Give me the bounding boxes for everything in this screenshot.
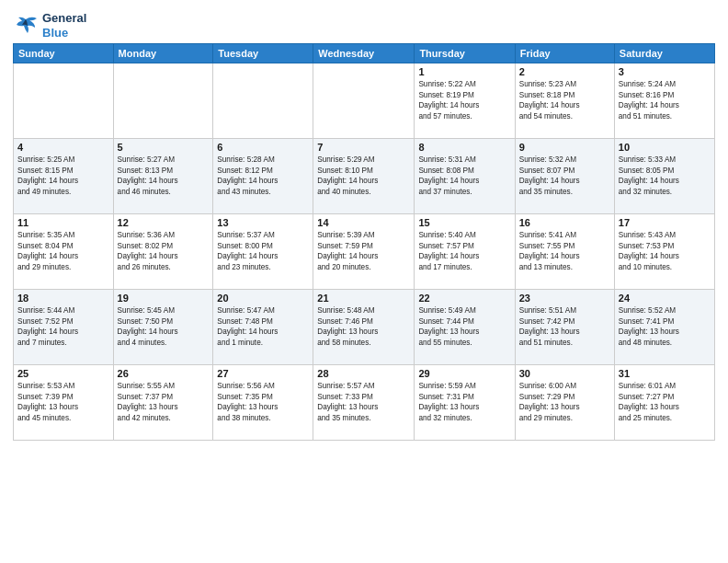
calendar-cell: 19Sunrise: 5:45 AM Sunset: 7:50 PM Dayli… — [113, 290, 213, 365]
calendar-cell: 1Sunrise: 5:22 AM Sunset: 8:19 PM Daylig… — [415, 63, 515, 139]
day-info: Sunrise: 5:31 AM Sunset: 8:08 PM Dayligh… — [418, 155, 510, 197]
day-info: Sunrise: 5:27 AM Sunset: 8:13 PM Dayligh… — [118, 155, 210, 197]
dow-header-monday: Monday — [113, 44, 213, 63]
day-info: Sunrise: 5:53 AM Sunset: 7:39 PM Dayligh… — [17, 381, 109, 423]
day-number: 20 — [217, 293, 309, 304]
day-number: 18 — [17, 293, 109, 304]
day-info: Sunrise: 5:49 AM Sunset: 7:44 PM Dayligh… — [418, 305, 510, 348]
day-number: 13 — [217, 217, 309, 228]
page-container: General Blue SundayMondayTuesdayWednesda… — [0, 0, 728, 448]
calendar-cell: 26Sunrise: 5:55 AM Sunset: 7:37 PM Dayli… — [113, 365, 213, 441]
day-info: Sunrise: 5:40 AM Sunset: 7:57 PM Dayligh… — [418, 230, 510, 272]
day-info: Sunrise: 5:56 AM Sunset: 7:35 PM Dayligh… — [217, 381, 309, 423]
calendar-cell: 22Sunrise: 5:49 AM Sunset: 7:44 PM Dayli… — [415, 290, 515, 365]
day-number: 12 — [118, 217, 210, 228]
day-info: Sunrise: 6:00 AM Sunset: 7:29 PM Dayligh… — [519, 381, 610, 423]
header: General Blue — [13, 11, 715, 40]
day-number: 19 — [118, 293, 210, 304]
day-number: 3 — [619, 66, 711, 77]
calendar-cell — [313, 63, 415, 139]
day-number: 24 — [619, 293, 711, 304]
day-number: 23 — [519, 293, 610, 304]
calendar-cell: 28Sunrise: 5:57 AM Sunset: 7:33 PM Dayli… — [313, 365, 415, 441]
day-number: 16 — [519, 217, 610, 228]
day-number: 26 — [118, 368, 210, 379]
day-info: Sunrise: 5:22 AM Sunset: 8:19 PM Dayligh… — [418, 79, 510, 121]
day-number: 14 — [317, 217, 410, 228]
day-number: 21 — [317, 293, 410, 304]
calendar-cell: 18Sunrise: 5:44 AM Sunset: 7:52 PM Dayli… — [14, 290, 114, 365]
day-info: Sunrise: 6:01 AM Sunset: 7:27 PM Dayligh… — [619, 381, 711, 423]
day-info: Sunrise: 5:43 AM Sunset: 7:53 PM Dayligh… — [619, 230, 711, 272]
day-info: Sunrise: 5:24 AM Sunset: 8:16 PM Dayligh… — [619, 79, 711, 121]
calendar-cell: 7Sunrise: 5:29 AM Sunset: 8:10 PM Daylig… — [313, 139, 415, 214]
calendar-cell: 17Sunrise: 5:43 AM Sunset: 7:53 PM Dayli… — [614, 214, 714, 290]
calendar-cell: 4Sunrise: 5:25 AM Sunset: 8:15 PM Daylig… — [14, 139, 114, 214]
calendar-cell: 23Sunrise: 5:51 AM Sunset: 7:42 PM Dayli… — [515, 290, 614, 365]
day-number: 9 — [519, 142, 610, 153]
calendar-cell: 15Sunrise: 5:40 AM Sunset: 7:57 PM Dayli… — [415, 214, 515, 290]
day-number: 29 — [418, 368, 510, 379]
day-info: Sunrise: 5:36 AM Sunset: 8:02 PM Dayligh… — [118, 230, 210, 272]
calendar-cell: 5Sunrise: 5:27 AM Sunset: 8:13 PM Daylig… — [113, 139, 213, 214]
week-row-4: 18Sunrise: 5:44 AM Sunset: 7:52 PM Dayli… — [14, 290, 715, 365]
calendar-cell: 25Sunrise: 5:53 AM Sunset: 7:39 PM Dayli… — [14, 365, 114, 441]
logo-bird-icon — [13, 16, 39, 36]
day-number: 22 — [418, 293, 510, 304]
day-number: 7 — [317, 142, 410, 153]
calendar-cell — [213, 63, 313, 139]
calendar-cell: 14Sunrise: 5:39 AM Sunset: 7:59 PM Dayli… — [313, 214, 415, 290]
day-info: Sunrise: 5:55 AM Sunset: 7:37 PM Dayligh… — [118, 381, 210, 423]
week-row-1: 1Sunrise: 5:22 AM Sunset: 8:19 PM Daylig… — [14, 63, 715, 139]
day-number: 17 — [619, 217, 711, 228]
day-number: 15 — [418, 217, 510, 228]
day-info: Sunrise: 5:47 AM Sunset: 7:48 PM Dayligh… — [217, 305, 309, 348]
calendar-cell: 12Sunrise: 5:36 AM Sunset: 8:02 PM Dayli… — [113, 214, 213, 290]
calendar-cell: 13Sunrise: 5:37 AM Sunset: 8:00 PM Dayli… — [213, 214, 313, 290]
dow-header-tuesday: Tuesday — [213, 44, 313, 63]
calendar-cell: 31Sunrise: 6:01 AM Sunset: 7:27 PM Dayli… — [614, 365, 714, 441]
day-info: Sunrise: 5:41 AM Sunset: 7:55 PM Dayligh… — [519, 230, 610, 272]
day-info: Sunrise: 5:39 AM Sunset: 7:59 PM Dayligh… — [317, 230, 410, 272]
calendar-cell: 21Sunrise: 5:48 AM Sunset: 7:46 PM Dayli… — [313, 290, 415, 365]
calendar-cell: 9Sunrise: 5:32 AM Sunset: 8:07 PM Daylig… — [515, 139, 614, 214]
calendar-cell — [113, 63, 213, 139]
dow-header-saturday: Saturday — [614, 44, 714, 63]
week-row-2: 4Sunrise: 5:25 AM Sunset: 8:15 PM Daylig… — [14, 139, 715, 214]
calendar-cell: 24Sunrise: 5:52 AM Sunset: 7:41 PM Dayli… — [614, 290, 714, 365]
day-number: 4 — [17, 142, 109, 153]
calendar-table: SundayMondayTuesdayWednesdayThursdayFrid… — [13, 43, 715, 441]
day-number: 2 — [519, 66, 610, 77]
day-number: 11 — [17, 217, 109, 228]
calendar-cell: 3Sunrise: 5:24 AM Sunset: 8:16 PM Daylig… — [614, 63, 714, 139]
day-number: 10 — [619, 142, 711, 153]
day-info: Sunrise: 5:23 AM Sunset: 8:18 PM Dayligh… — [519, 79, 610, 121]
day-number: 27 — [217, 368, 309, 379]
calendar-cell: 29Sunrise: 5:59 AM Sunset: 7:31 PM Dayli… — [415, 365, 515, 441]
dow-header-sunday: Sunday — [14, 44, 114, 63]
day-info: Sunrise: 5:45 AM Sunset: 7:50 PM Dayligh… — [118, 305, 210, 348]
calendar-cell: 27Sunrise: 5:56 AM Sunset: 7:35 PM Dayli… — [213, 365, 313, 441]
calendar-cell: 20Sunrise: 5:47 AM Sunset: 7:48 PM Dayli… — [213, 290, 313, 365]
dow-header-friday: Friday — [515, 44, 614, 63]
day-info: Sunrise: 5:44 AM Sunset: 7:52 PM Dayligh… — [17, 305, 109, 348]
day-info: Sunrise: 5:25 AM Sunset: 8:15 PM Dayligh… — [17, 155, 109, 197]
logo-text: General Blue — [42, 11, 86, 40]
day-number: 5 — [118, 142, 210, 153]
day-info: Sunrise: 5:48 AM Sunset: 7:46 PM Dayligh… — [317, 305, 410, 348]
calendar-cell — [14, 63, 114, 139]
day-info: Sunrise: 5:37 AM Sunset: 8:00 PM Dayligh… — [217, 230, 309, 272]
day-info: Sunrise: 5:33 AM Sunset: 8:05 PM Dayligh… — [619, 155, 711, 197]
logo: General Blue — [13, 11, 86, 40]
day-info: Sunrise: 5:52 AM Sunset: 7:41 PM Dayligh… — [619, 305, 711, 348]
day-number: 1 — [418, 66, 510, 77]
dow-header-wednesday: Wednesday — [313, 44, 415, 63]
day-info: Sunrise: 5:35 AM Sunset: 8:04 PM Dayligh… — [17, 230, 109, 272]
day-info: Sunrise: 5:57 AM Sunset: 7:33 PM Dayligh… — [317, 381, 410, 423]
calendar-body: 1Sunrise: 5:22 AM Sunset: 8:19 PM Daylig… — [14, 63, 715, 441]
calendar-cell: 11Sunrise: 5:35 AM Sunset: 8:04 PM Dayli… — [14, 214, 114, 290]
calendar-cell: 6Sunrise: 5:28 AM Sunset: 8:12 PM Daylig… — [213, 139, 313, 214]
dow-header-thursday: Thursday — [415, 44, 515, 63]
days-of-week-row: SundayMondayTuesdayWednesdayThursdayFrid… — [14, 44, 715, 63]
day-info: Sunrise: 5:32 AM Sunset: 8:07 PM Dayligh… — [519, 155, 610, 197]
